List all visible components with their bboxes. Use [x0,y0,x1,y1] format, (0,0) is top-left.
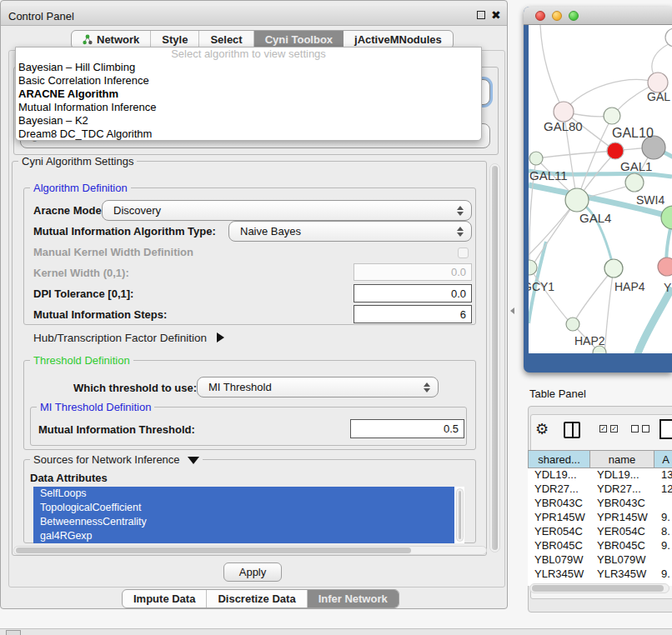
which-threshold-value: MI Threshold [208,381,272,393]
algorithm-option[interactable]: Mutual Information Inference [16,101,481,114]
mi-steps-field[interactable]: 6 [354,305,472,323]
mi-type-combobox[interactable]: Naive Bayes [228,221,472,242]
node-GCY1[interactable] [529,260,537,275]
attribute-list-item[interactable]: TopologicalCoefficient [33,501,454,515]
tab-cyni-toolbox[interactable]: Cyni Toolbox [254,31,344,48]
bottom-panel-button[interactable] [6,630,21,635]
table-header-row[interactable]: shared...nameA [528,450,672,468]
tab-style[interactable]: Style [151,31,199,48]
float-window-icon[interactable] [477,11,485,19]
table-cell: YBR043C [590,497,654,511]
mi-threshold-field[interactable]: 0.5 [350,419,464,438]
kernel-width-field: 0.0 [354,263,472,281]
node-GAL11[interactable] [529,152,543,165]
attribute-list-item[interactable]: BetweennessCentrality [33,515,454,529]
checked-box-icon: ✓ [610,425,618,432]
gear-icon[interactable]: ⚙ [535,420,549,438]
unchecked-box-icon [631,425,639,432]
table-row[interactable]: YPR145WYPR145W9. [528,511,672,525]
tab-network[interactable]: Network [72,31,151,48]
aracne-mode-value: Discovery [113,204,161,217]
node-Y-node[interactable] [658,258,672,276]
table-horizontal-scrollbar[interactable] [529,583,669,593]
node-red-node[interactable] [607,142,624,159]
column-header[interactable]: name [590,450,654,468]
table-row[interactable]: YBL079WYBL079W [528,553,672,568]
table-cell: 9. [654,511,672,525]
control-panel-titlebar [1,6,507,26]
zoom-traffic-light-icon[interactable] [569,11,579,21]
node-label-GCY1: GCY1 [529,280,554,293]
tab-label: Network [97,33,139,46]
show-columns-icon[interactable]: ✓ ✓ [599,425,618,432]
aracne-mode-combobox[interactable]: Discovery [102,200,472,221]
which-threshold-label: Which threshold to use: [73,382,197,394]
bottom-tab-infer-network[interactable]: Infer Network [308,590,399,608]
network-canvas[interactable]: GALGAL80GAL10GAL11GAL1GAL4SWI4GCY1HAP4YH… [529,25,672,353]
unchecked-box-icon [642,425,649,432]
cyni-settings-title: Cyni Algorithm Settings [18,155,137,168]
column-header[interactable]: shared... [528,450,590,468]
node-label-GAL80: GAL80 [544,119,583,133]
node-label-GAL10: GAL10 [612,126,654,140]
algorithm-option[interactable]: Basic Correlation Inference [16,74,481,88]
table-cell: YDL19... [590,468,654,482]
hub-expander[interactable]: Hub/Transcription Factor Definition [33,332,224,344]
aracne-mode-label: Aracne Mode: [33,204,105,217]
column-header[interactable]: A [654,450,672,468]
minimize-traffic-light-icon[interactable] [552,11,562,21]
node-GAL10[interactable] [604,108,620,124]
close-traffic-light-icon[interactable] [535,11,545,21]
apply-button[interactable]: Apply [223,562,282,582]
table-row[interactable]: YBR043CYBR043C [528,497,672,511]
settings-horizontal-scrollbar[interactable] [13,546,487,555]
manual-kernel-checkbox[interactable] [458,248,469,258]
mi-type-value: Naive Bayes [240,225,301,238]
node-partial-top[interactable] [665,28,672,47]
table-row[interactable]: YDR27...YDR27...12 [528,482,672,497]
file-icon[interactable] [659,419,672,439]
algorithm-option[interactable]: Bayesian – K2 [16,114,481,128]
table-cell: YLR345W [528,568,590,582]
algorithm-option[interactable]: Bayesian – Hill Climbing [16,61,481,74]
node-table[interactable]: YDL19...YDL19...13YDR27...YDR27...12YBR0… [528,468,672,586]
collapse-arrow-icon [188,457,199,464]
table-row[interactable]: YLR345WYLR345W9. [528,568,672,582]
table-cell: YDL19... [528,468,590,482]
node-HAP4[interactable] [604,259,623,278]
table-cell: YBL079W [590,553,654,568]
dpi-tolerance-field[interactable]: 0.0 [354,284,472,302]
tab-select[interactable]: Select [199,31,253,48]
mi-steps-label: Mutual Information Steps: [33,308,167,321]
data-attributes-list[interactable]: SelfLoopsTopologicalCoefficientBetweenne… [33,487,464,543]
attributes-scrollbar[interactable] [456,488,464,542]
table-cell [654,497,672,511]
bottom-tab-discretize-data[interactable]: Discretize Data [207,590,307,608]
close-icon[interactable]: ✖ [491,8,501,22]
table-cell: YDR27... [528,482,590,497]
node-HAP2[interactable] [566,318,579,331]
attribute-list-item[interactable]: SelfLoops [33,487,454,501]
node-SWI4[interactable] [661,206,672,229]
columns-icon[interactable] [564,422,580,438]
algorithm-option[interactable]: ARACNE Algorithm [16,88,481,101]
hide-columns-icon[interactable] [631,425,649,432]
network-graph: GALGAL80GAL10GAL11GAL1GAL4SWI4GCY1HAP4YH… [529,25,672,353]
table-row[interactable]: YER054CYER054C8. [528,525,672,539]
table-cell: YLR345W [590,568,654,582]
algorithm-option[interactable]: Dream8 DC_TDC Algorithm [16,128,481,141]
split-pane-handle-icon[interactable] [510,308,514,314]
algorithm-prompt: Select algorithm to view settings [16,48,481,61]
sources-group-title[interactable]: Sources for Network Inference [30,453,203,466]
node-GAL4[interactable] [565,188,589,212]
settings-vertical-scrollbar[interactable] [489,163,500,552]
algorithm-definition-title: Algorithm Definition [30,182,131,194]
node-GAL1[interactable] [625,173,644,192]
tab-jactivemnodules[interactable]: jActiveMNodules [344,31,453,48]
bottom-tab-impute-data[interactable]: Impute Data [123,590,207,608]
table-row[interactable]: YDL19...YDL19...13 [528,468,672,482]
attribute-list-item[interactable]: gal4RGexp [33,529,454,543]
mi-threshold-group-title: MI Threshold Definition [37,401,154,413]
which-threshold-combobox[interactable]: MI Threshold [197,377,439,398]
table-row[interactable]: YBR045CYBR045C9. [528,539,672,553]
